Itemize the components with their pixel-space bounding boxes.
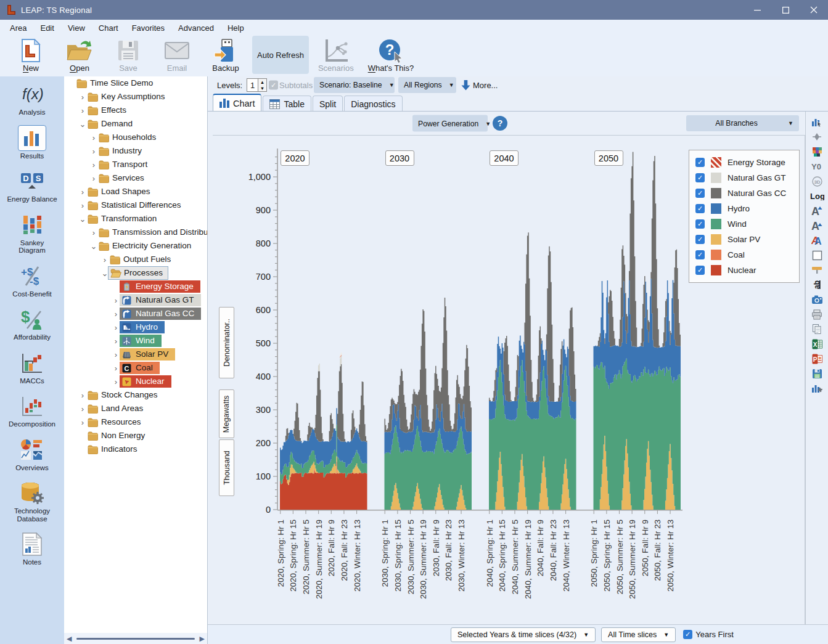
menu-chart[interactable]: Chart: [92, 21, 125, 35]
unit-button-megawatts[interactable]: Megawatts: [219, 389, 234, 438]
tree-item-time-slice-demo[interactable]: Time Slice Demo: [64, 76, 207, 90]
chevron-collapsed-icon[interactable]: ›: [79, 106, 86, 115]
sidebar-item-analysis[interactable]: f(x)Analysis: [0, 81, 64, 116]
tree-item-households[interactable]: ›Households: [64, 131, 207, 144]
chevron-collapsed-icon[interactable]: ›: [112, 309, 120, 319]
tree-item-nuclear[interactable]: ›Nuclear: [64, 375, 207, 388]
tree-item-energy-storage[interactable]: Energy Storage: [64, 280, 207, 293]
toolbar-open-button[interactable]: Open: [57, 36, 102, 74]
close-button[interactable]: [800, 0, 828, 20]
line-style-icon[interactable]: [810, 263, 824, 277]
chart-type-icon[interactable]: [810, 115, 824, 129]
chevron-collapsed-icon[interactable]: ›: [79, 391, 86, 400]
sidebar-item-energy-balance[interactable]: DSEnergy Balance: [0, 168, 64, 203]
font-increase-icon[interactable]: A: [810, 203, 824, 218]
tab-split[interactable]: Split: [313, 96, 343, 112]
chevron-expanded-icon[interactable]: ⌄: [90, 242, 97, 251]
tree-item-services[interactable]: ›Services: [64, 171, 207, 185]
legend-checkbox[interactable]: ✓: [695, 173, 705, 182]
tree-item-effects[interactable]: ›Effects: [64, 104, 207, 117]
excel-icon[interactable]: X: [810, 336, 824, 351]
levels-value[interactable]: 1: [247, 78, 258, 92]
legend-checkbox[interactable]: ✓: [695, 189, 705, 198]
levels-down-icon[interactable]: ▼: [258, 85, 266, 91]
tab-chart[interactable]: Chart: [213, 94, 261, 112]
legend-checkbox[interactable]: ✓: [695, 235, 705, 244]
chevron-collapsed-icon[interactable]: ›: [90, 133, 97, 142]
chevron-collapsed-icon[interactable]: ›: [101, 255, 109, 264]
subtotals-checkbox[interactable]: ✓: [269, 81, 278, 90]
sidebar-item-sankey-diagram[interactable]: SankeyDiagram: [0, 212, 64, 255]
legend-checkbox[interactable]: ✓: [695, 204, 705, 213]
tree-item-wind[interactable]: ›Wind: [64, 334, 207, 348]
tree-item-electricity-generation[interactable]: ⌄Electricity Generation: [64, 239, 207, 253]
chart-settings-icon[interactable]: [810, 381, 824, 396]
palette-icon[interactable]: [810, 144, 824, 159]
menu-view[interactable]: View: [61, 21, 92, 35]
tree-item-statistical-differences[interactable]: ›Statistical Differences: [64, 198, 207, 212]
menu-help[interactable]: Help: [221, 21, 251, 35]
log-icon[interactable]: Log: [810, 189, 824, 203]
toolbar-new-button[interactable]: New: [9, 36, 53, 74]
camera-icon[interactable]: [810, 292, 824, 307]
chevron-collapsed-icon[interactable]: ›: [90, 174, 97, 183]
tree-item-processes[interactable]: ⌄Processes: [64, 266, 207, 280]
tree-item-industry[interactable]: ›Industry: [64, 144, 207, 158]
scenario-dropdown[interactable]: Scenario: Baseline▼: [314, 77, 395, 93]
chevron-collapsed-icon[interactable]: ›: [90, 228, 97, 237]
chevron-collapsed-icon[interactable]: ›: [112, 336, 120, 346]
scroll-thumb[interactable]: [76, 638, 194, 640]
unit-button-denominator[interactable]: Denominator..: [219, 307, 234, 378]
menu-advanced[interactable]: Advanced: [171, 21, 221, 35]
font-decrease-icon[interactable]: A: [810, 218, 824, 233]
chevron-collapsed-icon[interactable]: ›: [112, 296, 120, 305]
sidebar-item-technology-database[interactable]: TechnologyDatabase: [0, 480, 64, 523]
toolbar-what-s-this-button[interactable]: ?What's This?: [363, 36, 419, 74]
tree-item-transport[interactable]: ›Transport: [64, 158, 207, 171]
tree-item-transformation[interactable]: ⌄Transformation: [64, 212, 207, 226]
powerpoint-icon[interactable]: P: [810, 351, 824, 366]
tree-item-indicators[interactable]: Indicators: [64, 442, 207, 456]
sidebar-item-affordability[interactable]: $Affordability: [0, 306, 64, 341]
chevron-collapsed-icon[interactable]: ›: [79, 92, 86, 102]
chevron-collapsed-icon[interactable]: ›: [79, 418, 86, 427]
minimize-button[interactable]: [743, 0, 771, 20]
tree-horizontal-scrollbar[interactable]: ◀ ▶: [64, 633, 208, 644]
legend-checkbox[interactable]: ✓: [695, 266, 705, 275]
chevron-collapsed-icon[interactable]: ›: [112, 350, 120, 359]
labels-icon[interactable]: ab: [810, 277, 824, 292]
menu-edit[interactable]: Edit: [33, 21, 60, 35]
years-slices-dropdown[interactable]: Selected Years & time slices (4/32)▼: [451, 627, 596, 642]
chevron-expanded-icon[interactable]: ⌄: [79, 214, 86, 224]
tree-item-land-areas[interactable]: ›Land Areas: [64, 402, 207, 415]
font-color-icon[interactable]: AA: [810, 233, 824, 248]
save-chart-icon[interactable]: [810, 366, 824, 381]
tree-item-solar-pv[interactable]: ›Solar PV: [64, 348, 207, 361]
menu-favorites[interactable]: Favorites: [125, 21, 171, 35]
category-dropdown[interactable]: Power Generation▼: [412, 115, 488, 132]
regions-dropdown[interactable]: All Regions▼: [398, 77, 456, 93]
tab-diagnostics[interactable]: Diagnostics: [344, 96, 402, 112]
chevron-collapsed-icon[interactable]: ›: [112, 323, 120, 332]
unit-button-thousand[interactable]: Thousand: [219, 439, 234, 496]
sidebar-item-maccs[interactable]: MACCs: [0, 350, 64, 385]
chevron-collapsed-icon[interactable]: ›: [79, 187, 86, 197]
tree-item-key-assumptions[interactable]: ›Key Assumptions: [64, 90, 207, 104]
sidebar-item-decomposition[interactable]: Decomposition: [0, 393, 64, 428]
sidebar-item-overviews[interactable]: Overviews: [0, 437, 64, 472]
help-button[interactable]: ?: [493, 116, 507, 131]
sidebar-item-results[interactable]: Results: [0, 125, 64, 160]
chevron-collapsed-icon[interactable]: ›: [112, 377, 120, 386]
tree-item-hydro[interactable]: ›Hydro: [64, 320, 207, 334]
tree-item-output-fuels[interactable]: ›Output Fuels: [64, 253, 207, 266]
chevron-expanded-icon[interactable]: ⌄: [101, 269, 109, 278]
tree-item-stock-changes[interactable]: ›Stock Changes: [64, 388, 207, 402]
y0-icon[interactable]: Y0: [810, 159, 824, 174]
chevron-collapsed-icon[interactable]: ›: [90, 160, 97, 169]
chevron-collapsed-icon[interactable]: ›: [112, 364, 120, 373]
print-icon[interactable]: [810, 307, 824, 322]
chevron-collapsed-icon[interactable]: ›: [79, 404, 86, 414]
timeslices-dropdown[interactable]: All Time slices▼: [601, 627, 676, 642]
levels-spinner[interactable]: 1 ▲▼: [247, 78, 267, 92]
legend-checkbox[interactable]: ✓: [695, 250, 705, 259]
